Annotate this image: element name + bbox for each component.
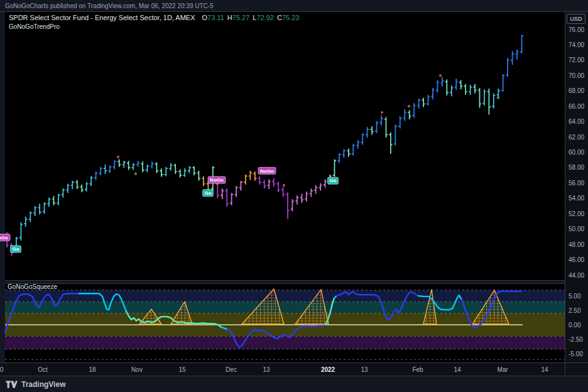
price-tick-label: 58.00 <box>569 164 584 171</box>
nogo-signal-badge: NoGo <box>208 177 226 183</box>
time-tick-label: 13 <box>361 366 368 373</box>
nogo-signal-badge: NoGo <box>258 167 276 174</box>
symbol-legend-row[interactable]: SPDR Select Sector Fund - Energy Select … <box>9 14 299 21</box>
time-tick-label: 2022 <box>321 366 335 373</box>
time-tick-label: Dec <box>226 366 237 373</box>
squeeze-tick-label: -5.00 <box>569 351 583 357</box>
price-tick-label: 50.00 <box>569 226 584 232</box>
go-signal-badge: Go <box>203 190 214 197</box>
nogo-signal-badge: NoGo <box>0 234 10 241</box>
price-tick-label: 60.00 <box>569 149 584 156</box>
indicator-label-trendpro[interactable]: GoNoGoTrendPro <box>9 23 299 30</box>
countertrend-dot <box>381 111 383 114</box>
go-signal-badge: Go <box>328 177 339 184</box>
svg-text:NoGo: NoGo <box>260 168 274 174</box>
price-pane[interactable] <box>5 12 565 280</box>
low-value: L72.92 <box>253 14 274 21</box>
open-value: O73.11 <box>202 14 224 21</box>
svg-text:Go: Go <box>329 178 336 183</box>
price-tick-label: 62.00 <box>569 134 584 141</box>
countertrend-dot <box>117 156 119 158</box>
trend-continuation-dot <box>134 173 137 175</box>
time-tick-label: 13 <box>263 366 270 373</box>
time-tick-label: 14 <box>454 366 461 373</box>
high-value: H75.27 <box>227 14 249 21</box>
time-tick-label: 20 <box>0 366 4 373</box>
tradingview-logo-icon[interactable] <box>6 380 18 389</box>
time-tick-label: Oct <box>38 366 48 373</box>
price-tick-label: 56.00 <box>569 180 584 187</box>
price-tick-label: 54.00 <box>569 195 584 202</box>
price-tick-label: 52.00 <box>569 210 584 217</box>
close-value: C75.23 <box>277 14 299 21</box>
price-tick-label: 48.00 <box>569 241 584 248</box>
time-tick-label: Feb <box>412 366 423 373</box>
countertrend-dot <box>439 74 442 77</box>
trend-continuation-dot <box>497 97 499 99</box>
squeeze-tick-label: 2.50 <box>569 307 581 314</box>
symbol-title: SPDR Select Sector Fund - Energy Select … <box>9 14 195 21</box>
price-tick-label: 46.00 <box>569 256 584 263</box>
price-tick-label: 68.00 <box>569 87 584 94</box>
squeeze-tick-label: -2.50 <box>569 336 583 343</box>
tradingview-brand-text[interactable]: TradingView <box>21 380 65 389</box>
squeeze-band <box>5 290 565 302</box>
go-signal-badge: Go <box>11 246 21 253</box>
price-tick-label: 64.00 <box>569 118 584 125</box>
price-tick-label: 76.00 <box>569 26 584 33</box>
time-tick-label: Nov <box>131 366 143 373</box>
chart-legend: SPDR Select Sector Fund - Energy Select … <box>9 14 299 30</box>
publish-info-bar: GoNoGoCharts published on TradingView.co… <box>5 1 214 11</box>
svg-text:Go: Go <box>204 190 211 196</box>
squeeze-band <box>5 336 565 349</box>
svg-text:NoGo: NoGo <box>210 177 224 183</box>
price-tick-label: 74.00 <box>569 41 584 48</box>
time-tick-label: 15 <box>178 366 186 373</box>
countertrend-dot <box>408 105 410 107</box>
currency-unit-button[interactable]: USD <box>567 14 585 24</box>
price-tick-label: 66.00 <box>569 103 584 110</box>
indicator-label-squeeze[interactable]: GoNoGoSqueeze <box>8 283 57 290</box>
price-tick-label: 44.00 <box>569 272 584 279</box>
time-tick-label: 18 <box>89 366 96 373</box>
svg-text:NoGo: NoGo <box>0 235 8 241</box>
tradingview-screenshot: GoNoGoCharts published on TradingView.co… <box>0 0 588 392</box>
chart-canvas[interactable]: NoGoGoGoNoGoNoGoGo76.0074.0072.0070.0068… <box>0 0 588 392</box>
svg-text:Go: Go <box>12 246 19 252</box>
squeeze-tick-label: 0.00 <box>569 322 581 329</box>
countertrend-dot <box>283 184 285 187</box>
time-tick-label: Mar <box>497 366 508 373</box>
squeeze-tick-label: 5.00 <box>569 293 581 300</box>
price-tick-label: 70.00 <box>569 72 584 79</box>
footer-bar: TradingView <box>0 377 588 392</box>
price-tick-label: 72.00 <box>569 57 584 63</box>
time-tick-label: 14 <box>541 366 548 373</box>
